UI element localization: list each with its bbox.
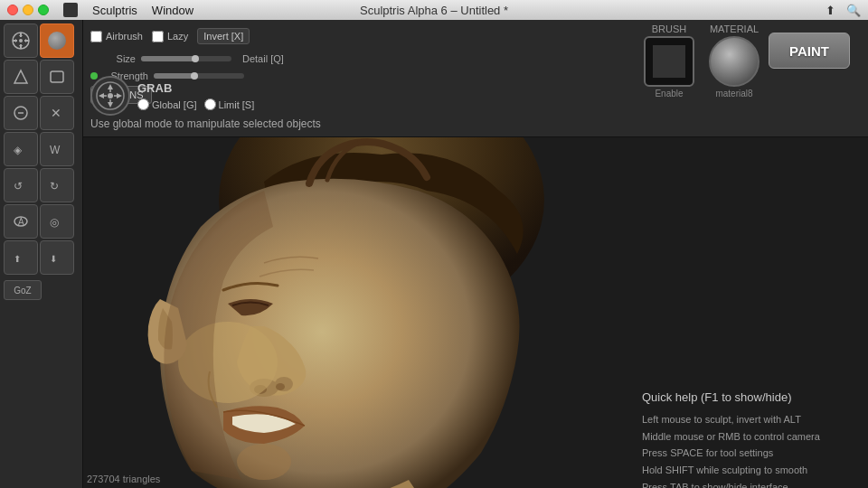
tool-mask[interactable]: A [4, 204, 38, 239]
grab-icon [90, 76, 130, 116]
svg-text:⬆: ⬆ [14, 254, 21, 264]
svg-text:A: A [18, 217, 24, 227]
svg-marker-7 [14, 39, 16, 42]
paint-button[interactable]: PAINT [769, 33, 850, 69]
quick-help-title: Quick help (F1 to show/hide) [642, 390, 859, 404]
svg-marker-28 [99, 93, 104, 99]
tool-crease[interactable]: ◈ [4, 132, 38, 166]
toolbar-row-4: ◈ W [4, 132, 79, 166]
grab-section: GRAB Global [G] Limit [S] [90, 76, 254, 116]
qh-line-4: Hold SHIFT while sculpting to smooth [642, 462, 859, 479]
svg-marker-24 [108, 84, 113, 89]
svg-text:◎: ◎ [50, 216, 59, 229]
toolbar-row-1 [4, 23, 79, 58]
brush-material-section: BRUSH Enable MATERIAL material8 [644, 23, 760, 99]
share-icon[interactable]: ⬆ [826, 4, 835, 17]
tool-smooth[interactable] [4, 96, 38, 130]
qh-line-1: Left mouse to sculpt, invert with ALT [642, 411, 859, 428]
svg-marker-26 [108, 102, 113, 108]
tool-grab[interactable] [40, 23, 74, 58]
tool-scale-up[interactable]: ⬆ [4, 240, 38, 275]
brush-section: BRUSH Enable [644, 23, 694, 99]
tool-pinch[interactable]: ✕ [40, 96, 74, 130]
lazy-checkbox[interactable]: Lazy [152, 31, 188, 42]
svg-text:W: W [50, 144, 61, 156]
tool-left[interactable]: ↺ [4, 168, 38, 202]
search-icon[interactable]: 🔍 [846, 4, 861, 17]
size-slider[interactable] [141, 56, 231, 61]
svg-text:✕: ✕ [51, 106, 61, 120]
left-toolbar: ✕ ◈ W ↺ [0, 20, 83, 488]
toolbar-row-5: ↺ ↻ [4, 168, 79, 202]
brush-preview[interactable] [644, 36, 694, 87]
svg-point-38 [276, 383, 285, 390]
svg-marker-5 [19, 33, 23, 36]
size-label: Size [90, 53, 136, 64]
svg-point-9 [19, 39, 23, 42]
svg-marker-6 [19, 45, 23, 48]
limit-radio[interactable]: Limit [S] [204, 99, 255, 110]
viewport[interactable]: Quick help (F1 to show/hide) Left mouse … [83, 137, 868, 488]
toolbar-row-2 [4, 60, 79, 94]
main-area: ✕ ◈ W ↺ [0, 20, 868, 488]
svg-text:↻: ↻ [50, 180, 59, 192]
menu-bar: Sculptris Window Sculptris Alpha 6 – Unt… [0, 0, 868, 20]
svg-point-32 [108, 93, 113, 99]
goz-button[interactable]: GoZ [4, 280, 42, 300]
svg-text:◈: ◈ [14, 144, 23, 156]
toolbar-row-6: A ◎ [4, 204, 79, 239]
material-section: MATERIAL material8 [709, 23, 760, 99]
svg-point-40 [237, 444, 291, 480]
svg-text:↺: ↺ [14, 180, 23, 192]
airbrush-checkbox[interactable]: Airbrush [90, 31, 143, 42]
toolbar-row-7: ⬆ ⬇ [4, 240, 79, 275]
global-radio[interactable]: Global [G] [137, 99, 197, 110]
qh-line-3: Press SPACE for tool settings [642, 445, 859, 462]
tool-draw[interactable] [4, 60, 38, 94]
top-toolbar: Airbrush Lazy Invert [X] Size Detail [Q]… [83, 20, 868, 137]
menu-window[interactable]: Window [152, 4, 193, 17]
qh-line-5: Press TAB to show/hide interface [642, 479, 859, 488]
material-preview[interactable] [709, 36, 760, 87]
brush-enable-label: Enable [644, 89, 694, 99]
tool-flatten[interactable] [40, 60, 74, 94]
tool-navigate[interactable] [4, 23, 38, 58]
toolbar-row-3: ✕ [4, 96, 79, 130]
material-name-label: material8 [709, 89, 760, 99]
minimize-button[interactable] [23, 5, 33, 15]
grab-label: GRAB [137, 81, 254, 95]
grab-info: GRAB Global [G] Limit [S] [137, 81, 254, 110]
tool-w[interactable]: W [40, 132, 74, 166]
triangle-count: 273704 triangles [87, 474, 160, 484]
status-message: Use global mode to manipulate selected o… [90, 117, 321, 130]
svg-text:⬇: ⬇ [50, 254, 57, 264]
window-title: Sculptris Alpha 6 – Untitled * [360, 4, 508, 17]
app-icon [63, 3, 78, 17]
svg-rect-10 [51, 71, 63, 82]
svg-marker-30 [117, 93, 122, 99]
menu-sculptris[interactable]: Sculptris [92, 4, 137, 17]
invert-button[interactable]: Invert [X] [197, 28, 250, 44]
maximize-button[interactable] [38, 5, 49, 15]
tool-right[interactable]: ↻ [40, 168, 74, 202]
material-section-label: MATERIAL [709, 23, 760, 34]
menu-right-icons: ⬆ 🔍 [826, 4, 861, 17]
tool-select[interactable]: ◎ [40, 204, 74, 239]
svg-marker-8 [25, 39, 28, 42]
detail-label: Detail [Q] [242, 53, 284, 64]
tool-scale-down[interactable]: ⬇ [40, 240, 74, 275]
traffic-lights [7, 5, 49, 15]
quick-help-panel: Quick help (F1 to show/hide) Left mouse … [642, 390, 859, 488]
close-button[interactable] [7, 5, 18, 15]
brush-section-label: BRUSH [644, 23, 694, 34]
qh-line-2: Middle mouse or RMB to control camera [642, 428, 859, 446]
